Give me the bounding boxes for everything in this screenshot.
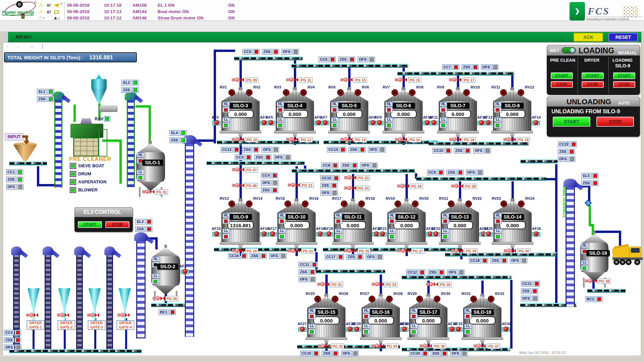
alarm-warning-icon-2[interactable]: ⚠ [39, 9, 43, 15]
valve-bottom-silo-14[interactable] [504, 248, 516, 253]
valve-pg-21[interactable] [288, 182, 300, 188]
dropdown-caret-icon[interactable]: ▼ [60, 2, 63, 6]
preclean-stop-button[interactable]: STOP [551, 81, 573, 88]
valve-pg-23[interactable] [344, 175, 356, 180]
valve-bottom-silo-11[interactable] [344, 248, 356, 253]
loading-stop-button[interactable]: STOP [613, 81, 635, 88]
status-lamp-grey [369, 57, 375, 62]
status-lamp-red [571, 141, 577, 147]
silo-cap [293, 87, 297, 90]
valve-top-silo-3[interactable] [232, 77, 244, 82]
dryer-gate-valve[interactable] [57, 312, 69, 318]
loading-panel: WET LOADING MANUAL PRE CLEAN DRYER LOADI… [547, 45, 640, 95]
silo-weight-silo-16: 0.000 [368, 316, 394, 324]
rv-label-rv24: RV24 [525, 196, 534, 200]
wet-dry-toggle[interactable] [562, 47, 576, 53]
valve-pg-38[interactable] [585, 278, 597, 284]
conveyor [397, 71, 514, 75]
valve-pg-33[interactable] [372, 282, 384, 287]
alarm-warning-icon[interactable]: ⚠ [39, 2, 43, 8]
valve-top-silo-7[interactable] [449, 77, 461, 82]
aeration-fan-af25 [484, 232, 493, 237]
roof-fan-icon: ✱ [446, 89, 452, 96]
roof-fan-icon: ✱ [369, 296, 375, 302]
alarm-mute-icon[interactable]: ⚠✕ [38, 15, 45, 20]
valve-bottom-silo-15[interactable] [318, 343, 330, 349]
nav-arrows[interactable]: ↑ ← → | [6, 44, 46, 49]
reset-button[interactable]: RESET [608, 33, 638, 42]
valve-top-silo-6[interactable] [395, 77, 407, 82]
valve-label-pg-06: PG 06 [165, 296, 178, 301]
ack-button[interactable]: ACK [574, 33, 603, 42]
valve-bottom-silo-6[interactable] [395, 137, 407, 142]
dryer-gate-valve[interactable] [87, 312, 99, 318]
status-lamp-grey [379, 147, 385, 153]
silo-cap [405, 198, 409, 201]
silo-ll-silo-4: LL [277, 117, 284, 128]
roof-fan-icon: ✱ [470, 296, 477, 302]
valve-bottom-silo-12[interactable] [398, 248, 410, 253]
alarm-list-icon[interactable]: ▲≡ [53, 15, 60, 20]
el3-start-button[interactable]: START [78, 221, 102, 228]
valve-bottom-silo-5[interactable] [340, 137, 353, 142]
valve-top-silo-5[interactable] [340, 77, 353, 82]
dryer-gate-valve[interactable] [26, 312, 38, 318]
sensor-cc5: CC5 [243, 49, 260, 55]
silo-hl-silo-18: HL [464, 308, 472, 319]
rv-label-rv14: RV14 [253, 196, 262, 200]
menu-button[interactable]: MENU [15, 34, 32, 40]
sensor-group-cc9: CC9ZSSOFS [427, 170, 483, 175]
el3-stop-button[interactable]: STOP [105, 221, 129, 228]
speaker-icon[interactable] [54, 3, 59, 7]
rv-label-rv17: RV17 [332, 196, 341, 200]
preclean-start-button[interactable]: START [551, 72, 573, 79]
valve-bottom-silo-18[interactable] [474, 343, 486, 349]
unloading-stop-button[interactable]: STOP [596, 117, 634, 127]
valve-pg-08[interactable] [232, 183, 244, 188]
valve-pg-24[interactable] [344, 185, 356, 191]
valve-pg-28[interactable] [451, 183, 463, 189]
valve-pg-31[interactable] [317, 282, 329, 287]
valve-bottom-silo-3[interactable] [232, 137, 244, 142]
valve-bottom-silo-16[interactable] [372, 343, 384, 349]
rv-label-rv32: RV32 [495, 292, 504, 296]
valve-bottom-silo-9[interactable] [232, 248, 244, 253]
valve-pg-01[interactable] [142, 189, 154, 194]
sensor-ofs: OFS [473, 148, 491, 154]
sensor-label: CC21 [521, 281, 533, 287]
valve-pg-35[interactable] [426, 282, 438, 287]
sensor-label: ZSS [338, 57, 348, 62]
status-lamp-grey [273, 147, 279, 153]
valve-bottom-silo-7[interactable] [449, 137, 461, 142]
sensor-label: ZSS [322, 351, 332, 356]
rv-label-rv23: RV23 [492, 196, 501, 200]
sensor-ofs: OFS [360, 163, 378, 168]
sensor-group-el5: EL5ZSS [581, 173, 598, 186]
silo-cap [510, 87, 514, 90]
dryer-stop-button[interactable]: STOP [582, 81, 604, 88]
valve-pg-06[interactable] [153, 296, 165, 301]
dryer-gate-valve[interactable] [117, 312, 129, 318]
valve-pg-07[interactable] [232, 167, 244, 172]
valve-bottom-silo-10[interactable] [288, 248, 300, 253]
valve-bottom-silo-4[interactable] [286, 137, 298, 142]
silo-cap [238, 198, 243, 201]
valve-bottom-silo-8[interactable] [503, 137, 516, 142]
loading-start-button[interactable]: START [613, 72, 635, 79]
monitor-icon[interactable] [54, 10, 59, 14]
valve-bottom-silo-17[interactable] [420, 343, 432, 349]
status-lamp-red [569, 149, 575, 155]
alarm-banner-next-button[interactable]: ❯ [570, 2, 585, 20]
silo-name-silo-18: SILO-18 [471, 309, 494, 315]
dryer-start-button[interactable]: START [582, 72, 604, 79]
valve-top-silo-4[interactable] [286, 77, 298, 82]
valve-bottom-silo-13[interactable] [451, 248, 463, 253]
valve-pg-26[interactable] [397, 183, 409, 189]
unloading-start-button[interactable]: START [553, 117, 590, 127]
sensor-el1: EL1 [37, 89, 54, 95]
sensor-ofs: OFS [358, 57, 375, 62]
sensor-zss: ZSS [322, 351, 339, 356]
alarm-code: AM144 [132, 9, 147, 14]
valve-label: PG 09 [245, 77, 258, 83]
sensor-label: ZSS [446, 170, 457, 175]
